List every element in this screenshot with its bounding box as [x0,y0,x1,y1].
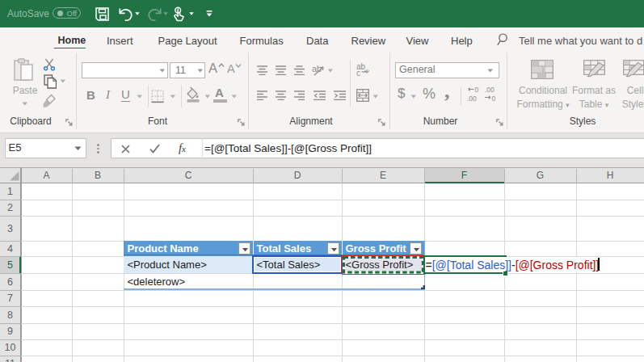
svg-text:c: c [356,69,360,77]
svg-text:.00: .00 [467,95,477,103]
svg-text:0: 0 [475,86,479,94]
svg-text:0: 0 [492,95,496,103]
svg-text:ab: ab [312,64,322,74]
svg-text:.00: .00 [485,86,495,94]
